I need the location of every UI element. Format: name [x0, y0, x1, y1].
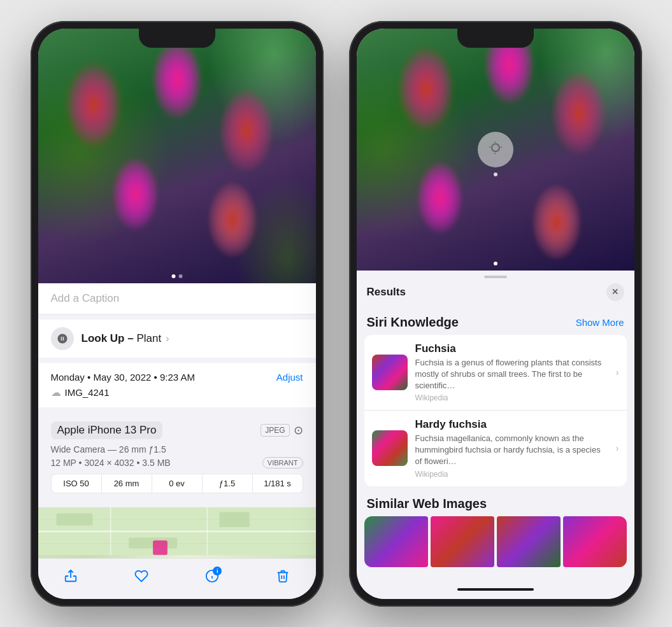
camera-badges: JPEG ⊙: [261, 423, 303, 437]
home-indicator: [38, 598, 316, 599]
lookup-row[interactable]: Look Up – Plant ›: [38, 320, 316, 358]
knowledge-item-fuchsia[interactable]: Fuchsia Fuchsia is a genus of flowering …: [364, 335, 627, 411]
hardy-description: Fuchsia magellanica, commonly known as t…: [415, 433, 608, 468]
camera-detail: Wide Camera — 26 mm ƒ1.5: [51, 444, 303, 454]
bottom-toolbar: i: [38, 558, 316, 598]
phone-1-screen: Add a Caption Look Up – Plant ›: [38, 29, 316, 599]
show-more-button[interactable]: Show More: [576, 317, 624, 328]
page-dots: [171, 274, 182, 278]
fuchsia-thumbnail: [372, 355, 408, 390]
phone2-dot-1: [494, 262, 497, 265]
favorite-button[interactable]: [134, 569, 148, 583]
settings-icon[interactable]: ⊙: [294, 423, 303, 437]
svg-rect-8: [219, 512, 249, 527]
map-roads-svg: [38, 507, 316, 556]
delete-button[interactable]: [276, 569, 290, 583]
results-title: Results: [367, 286, 406, 299]
exif-row: ISO 50 26 mm 0 ev ƒ1.5 1/181 s: [51, 474, 303, 493]
phone-1: Add a Caption Look Up – Plant ›: [31, 21, 324, 607]
caption-placeholder[interactable]: Add a Caption: [51, 292, 120, 304]
exif-ev: 0 ev: [152, 474, 203, 493]
photo-detail-content: Add a Caption Look Up – Plant ›: [38, 283, 316, 599]
adjust-button[interactable]: Adjust: [276, 372, 303, 383]
mp-info: 12 MP • 3024 × 4032 • 3.5 MB: [51, 458, 171, 468]
close-button[interactable]: ✕: [606, 283, 624, 301]
notch: [139, 29, 215, 48]
camera-header: Apple iPhone 13 Pro JPEG ⊙: [51, 421, 303, 439]
web-image-4[interactable]: [563, 516, 627, 567]
lookup-chevron: ›: [166, 332, 169, 344]
filename: IMG_4241: [65, 387, 110, 398]
camera-model: Apple iPhone 13 Pro: [51, 421, 163, 439]
web-image-1[interactable]: [364, 516, 428, 567]
results-scroll: Siri Knowledge Show More Fuchsia Fuchsia…: [357, 307, 634, 580]
camera-section: Apple iPhone 13 Pro JPEG ⊙ Wide Camera —…: [38, 412, 316, 502]
exif-shutter: 1/181 s: [253, 474, 303, 493]
svg-rect-6: [56, 513, 92, 525]
cloud-icon: ☁: [51, 386, 61, 398]
map-section[interactable]: [38, 507, 316, 558]
phone2-page-dots: [494, 262, 497, 265]
phone2-photo: [357, 29, 634, 271]
web-images-section: Similar Web Images: [364, 494, 627, 567]
hardy-text: Hardy fuchsia Fuchsia magellanica, commo…: [415, 418, 608, 479]
results-header: Results ✕: [357, 281, 634, 307]
results-handle: [357, 271, 634, 281]
date-info-section: Monday • May 30, 2022 • 9:23 AM Adjust ☁…: [38, 363, 316, 407]
fuchsia-description: Fuchsia is a genus of flowering plants t…: [415, 357, 608, 392]
exif-aperture: ƒ1.5: [203, 474, 253, 493]
phone2-notch: [457, 29, 534, 48]
dot-2: [178, 274, 182, 278]
jpeg-badge: JPEG: [261, 424, 289, 437]
hardy-chevron: ›: [616, 443, 619, 453]
web-image-3[interactable]: [497, 516, 561, 567]
visual-search-button[interactable]: [478, 132, 513, 167]
date-row: Monday • May 30, 2022 • 9:23 AM Adjust: [51, 372, 303, 383]
web-image-2[interactable]: [431, 516, 494, 567]
svg-rect-9: [153, 540, 168, 555]
web-images-grid: [364, 516, 627, 567]
caption-area[interactable]: Add a Caption: [38, 283, 316, 314]
mp-row: 12 MP • 3024 × 4032 • 3.5 MB VIBRANT: [51, 457, 303, 468]
vibrant-badge: VIBRANT: [262, 457, 303, 468]
phone2-home-bar: [457, 588, 534, 591]
visual-search-icon: [488, 140, 503, 159]
exif-iso: ISO 50: [52, 474, 102, 493]
hardy-thumbnail: [372, 430, 408, 466]
lookup-type: Plant: [134, 332, 161, 344]
share-button[interactable]: [64, 569, 78, 583]
photo-image: [38, 29, 316, 283]
siri-knowledge-title: Siri Knowledge: [367, 315, 459, 330]
fuchsia-source: Wikipedia: [415, 393, 608, 402]
siri-knowledge-header: Siri Knowledge Show More: [364, 307, 627, 335]
handle-bar: [484, 276, 507, 278]
lookup-label: Look Up – Plant ›: [82, 332, 169, 345]
hardy-name: Hardy fuchsia: [415, 418, 608, 431]
lookup-icon: [51, 327, 74, 350]
photo-date: Monday • May 30, 2022 • 9:23 AM: [51, 372, 195, 383]
info-button[interactable]: i: [205, 569, 219, 583]
phone2-home-indicator: [357, 580, 634, 599]
hardy-source: Wikipedia: [415, 470, 608, 479]
dot-1: [171, 274, 175, 278]
knowledge-card: Fuchsia Fuchsia is a genus of flowering …: [364, 335, 627, 486]
filename-row: ☁ IMG_4241: [51, 386, 303, 398]
phones-container: Add a Caption Look Up – Plant ›: [18, 8, 655, 619]
fuchsia-chevron: ›: [616, 367, 619, 377]
fuchsia-name: Fuchsia: [415, 342, 608, 355]
web-images-title: Similar Web Images: [364, 494, 627, 516]
exif-mm: 26 mm: [102, 474, 152, 493]
fuchsia-text: Fuchsia Fuchsia is a genus of flowering …: [415, 342, 608, 403]
knowledge-item-hardy[interactable]: Hardy fuchsia Fuchsia magellanica, commo…: [364, 410, 627, 486]
phone-2: Results ✕ Siri Knowledge Show More: [349, 21, 642, 607]
lookup-strong: Look Up –: [82, 332, 134, 344]
flower-background: [38, 29, 316, 283]
info-badge: i: [213, 567, 222, 575]
results-panel: Results ✕ Siri Knowledge Show More: [357, 271, 634, 599]
phone-2-screen: Results ✕ Siri Knowledge Show More: [357, 29, 634, 599]
visual-search-dot: [494, 173, 497, 176]
